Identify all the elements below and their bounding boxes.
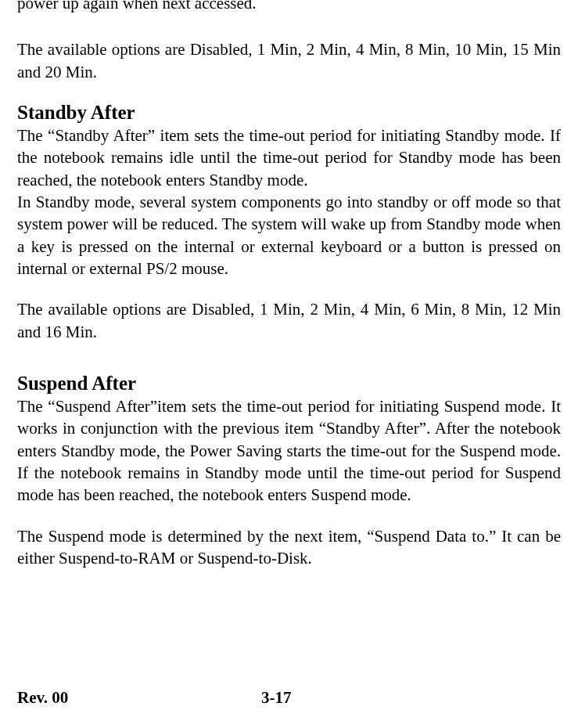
- suspend-paragraph-1: The “Suspend After”item sets the time-ou…: [17, 395, 561, 506]
- cut-off-text: power up again when next accessed.: [17, 0, 561, 13]
- revision-label: Rev. 00: [17, 688, 261, 708]
- standby-paragraph-1: The “Standby After” item sets the time-o…: [17, 124, 561, 191]
- options-paragraph-1: The available options are Disabled, 1 Mi…: [17, 38, 561, 83]
- page-number: 3-17: [261, 688, 292, 708]
- page-footer: Rev. 00 3-17: [17, 688, 561, 708]
- heading-suspend-after: Suspend After: [17, 373, 561, 395]
- standby-paragraph-2: In Standby mode, several system componen…: [17, 191, 561, 279]
- heading-standby-after: Standby After: [17, 102, 561, 124]
- standby-paragraph-3: The available options are Disabled, 1 Mi…: [17, 298, 561, 343]
- suspend-paragraph-2: The Suspend mode is determined by the ne…: [17, 525, 561, 570]
